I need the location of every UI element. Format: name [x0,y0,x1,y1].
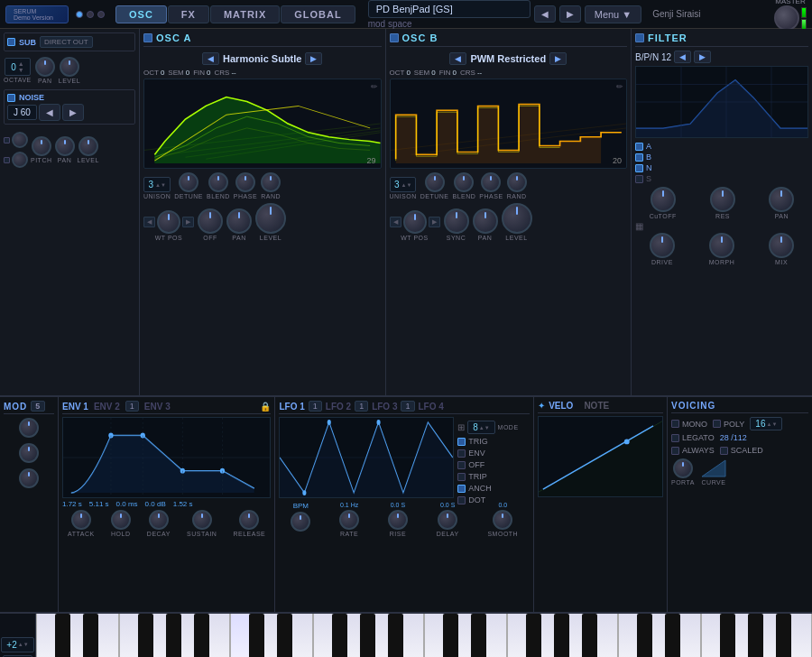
key-f4[interactable] [313,614,341,657]
env-lock-icon[interactable]: 🔒 [260,402,271,412]
osc-b-level-knob[interactable] [502,203,532,234]
filter-channel-s-checkbox[interactable] [635,175,643,183]
osc-b-rand-knob[interactable] [507,172,527,192]
curve-display[interactable] [700,458,727,478]
key-d3[interactable] [64,614,92,657]
osc-b-edit-icon[interactable]: ✏ [616,82,623,91]
osc-b-unison-spinner[interactable]: 3 ▲▼ [390,177,416,192]
osc-b-pan-knob[interactable] [473,208,498,234]
key-d5[interactable] [452,614,480,657]
osc-a-wtpos-prev[interactable]: ◀ [143,217,155,227]
filter-checkbox[interactable] [635,33,644,42]
sub-pan-knob[interactable] [35,57,55,77]
tab-global[interactable]: GLOBAL [281,5,355,23]
legato-checkbox[interactable] [671,434,679,442]
key-a3[interactable] [175,614,203,657]
osc-b-blend-knob[interactable] [454,172,474,192]
noise-checkbox[interactable] [7,94,15,102]
key-b4[interactable] [396,614,424,657]
key-f3[interactable] [119,614,147,657]
preset-menu-button[interactable]: Menu ▼ [585,5,641,23]
osc-a-wtpos-next[interactable]: ▶ [182,217,194,227]
osc-a-unison-spinner[interactable]: 3 ▲▼ [143,177,170,192]
key-e4[interactable] [285,614,313,657]
key-g4[interactable] [341,614,369,657]
pitch-lfo-knob[interactable] [12,152,28,168]
osc-a-wavetable-display[interactable]: 29 ✏ [143,79,382,169]
key-b6[interactable] [784,614,812,657]
preset-name[interactable]: PD BenjPad [GS] [368,0,531,18]
key-c4[interactable] [230,614,258,657]
lfo-off-checkbox[interactable] [457,461,466,469]
key-f6[interactable] [701,614,729,657]
nav-dot-3[interactable] [97,11,105,18]
key-g6[interactable] [729,614,757,657]
key-c5[interactable] [424,614,452,657]
noise-value[interactable]: J 60 [7,105,37,120]
lfo-rate-knob[interactable] [339,510,359,530]
pitch-mod-knob[interactable] [12,132,28,148]
noise-level-knob[interactable] [78,136,98,156]
direct-out-button[interactable]: DIRECT OUT [40,36,93,48]
key-d4[interactable] [258,614,286,657]
lfo-trip-checkbox[interactable] [457,473,466,481]
osc-a-wt-next[interactable]: ▶ [305,52,322,65]
filter-morph-knob[interactable] [709,233,734,258]
osc-a-phase-knob[interactable] [235,172,255,192]
poly-spinner[interactable]: 16 ▲▼ [750,417,782,430]
mod-knob-2[interactable] [19,443,39,463]
osc-b-wt-next[interactable]: ▶ [549,52,567,65]
always-checkbox[interactable] [671,447,679,455]
osc-a-wtpos-knob[interactable] [157,210,180,234]
key-c6[interactable] [618,614,646,657]
env1-decay-knob[interactable] [149,510,169,530]
mod-knob-3[interactable] [19,468,39,488]
env1-release-knob[interactable] [239,510,259,530]
key-e3[interactable] [91,614,119,657]
pitch-lfo-checkbox[interactable] [4,157,10,163]
porta-knob[interactable] [673,458,693,478]
osc-a-edit-icon[interactable]: ✏ [371,82,378,91]
key-b5[interactable] [590,614,618,657]
osc-a-rand-knob[interactable] [261,172,281,192]
osc-b-phase-knob[interactable] [481,172,501,192]
lfo-smooth-knob[interactable] [493,510,512,530]
key-b3[interactable] [202,614,230,657]
filter-pan-knob[interactable] [769,187,794,212]
filter-display[interactable] [635,66,808,138]
osc-a-wt-prev[interactable]: ◀ [202,52,219,65]
preset-next-button[interactable]: ▶ [559,5,581,23]
lfo-grid-spinner[interactable]: 8 ▲▼ [467,421,494,434]
octave-spinner[interactable]: 0 ▲▼ [5,58,31,76]
filter-channel-a-checkbox[interactable] [635,143,643,151]
oct-up-spinner[interactable]: +2 ▲▼ [1,637,33,652]
nav-dot-2[interactable] [87,11,94,18]
osc-a-pan-knob[interactable] [226,208,252,234]
osc-b-wtpos-prev[interactable]: ◀ [390,217,401,227]
osc-a-off-knob[interactable] [198,208,223,234]
preset-prev-button[interactable]: ◀ [534,5,556,23]
scaled-checkbox[interactable] [720,447,728,455]
lfo-waveform-display[interactable] [279,417,454,498]
env-display[interactable] [62,417,271,498]
pitch-knob[interactable] [32,136,51,156]
lfo-rise-knob[interactable] [388,510,408,530]
key-c3[interactable] [36,614,64,657]
tab-fx[interactable]: FX [168,5,209,23]
master-knob[interactable] [774,5,799,31]
osc-a-detune-knob[interactable] [179,172,198,192]
noise-pan-knob[interactable] [55,136,75,156]
velo-display[interactable] [538,416,663,497]
tab-matrix[interactable]: MATRIX [210,5,280,23]
lfo-anch-checkbox[interactable] [457,485,466,493]
filter-mix-knob[interactable] [769,233,794,258]
lfo-bpm-knob[interactable] [291,512,310,532]
filter-eq-icon[interactable]: ▦ [635,221,643,231]
key-f5[interactable] [507,614,535,657]
lfo-env-checkbox[interactable] [457,449,466,458]
osc-a-checkbox[interactable] [143,33,152,42]
lfo-trig-checkbox[interactable] [457,438,466,446]
env1-sustain-knob[interactable] [192,510,212,530]
key-g3[interactable] [147,614,175,657]
filter-channel-n-checkbox[interactable] [635,164,643,172]
